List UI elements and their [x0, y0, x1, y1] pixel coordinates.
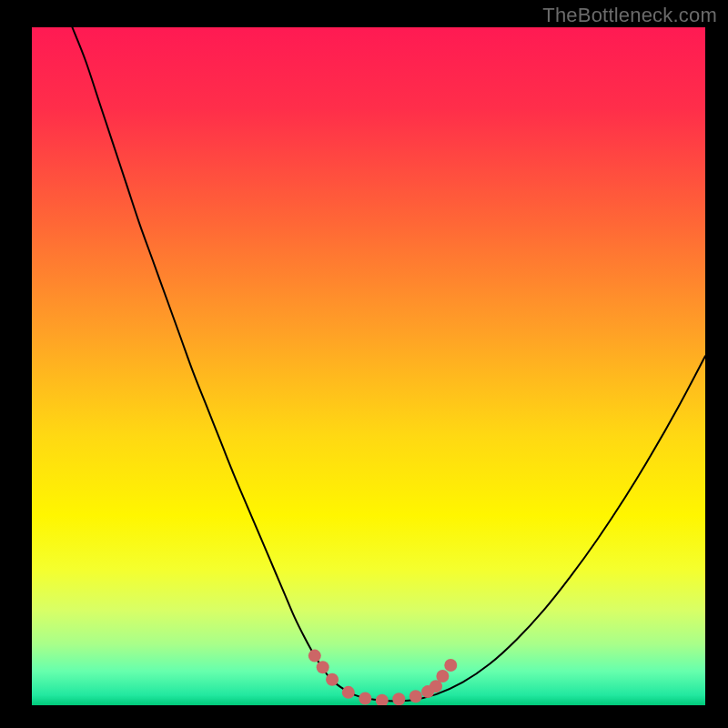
- bottleneck-chart: [0, 0, 728, 728]
- highlight-dots-point: [436, 670, 449, 682]
- highlight-dots-point: [392, 693, 405, 705]
- highlight-dots-point: [342, 686, 355, 699]
- highlight-dots-point: [359, 693, 371, 705]
- highlight-dots-point: [410, 690, 422, 703]
- highlight-dots-point: [308, 650, 321, 662]
- highlight-dots-point: [317, 661, 329, 673]
- highlight-dots-point: [444, 659, 457, 672]
- highlight-dots-point: [376, 694, 389, 707]
- plot-background: [32, 27, 705, 705]
- highlight-dots-point: [326, 673, 339, 686]
- watermark-text: TheBottleneck.com: [542, 4, 717, 27]
- chart-frame: TheBottleneck.com: [0, 0, 728, 728]
